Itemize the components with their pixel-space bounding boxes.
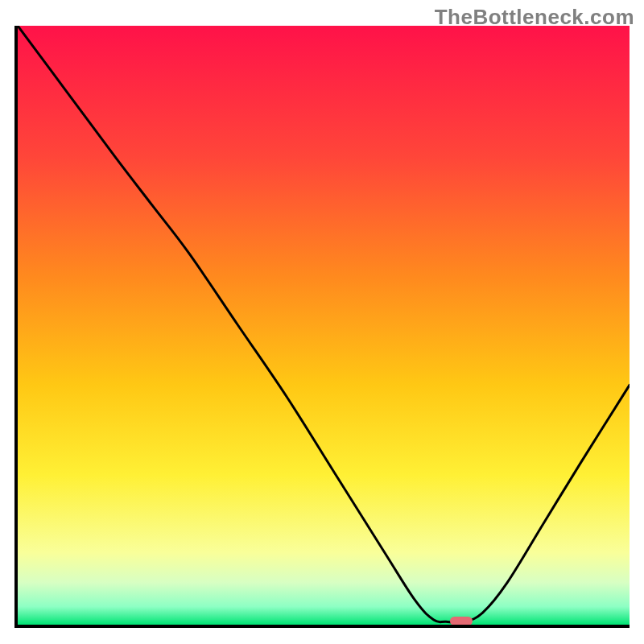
optimum-marker bbox=[450, 617, 472, 625]
watermark-text: TheBottleneck.com bbox=[435, 5, 634, 30]
svg-rect-0 bbox=[18, 26, 630, 625]
chart-container: TheBottleneck.com bbox=[0, 0, 644, 644]
plot-area bbox=[14, 26, 630, 628]
gradient-background bbox=[18, 26, 630, 625]
